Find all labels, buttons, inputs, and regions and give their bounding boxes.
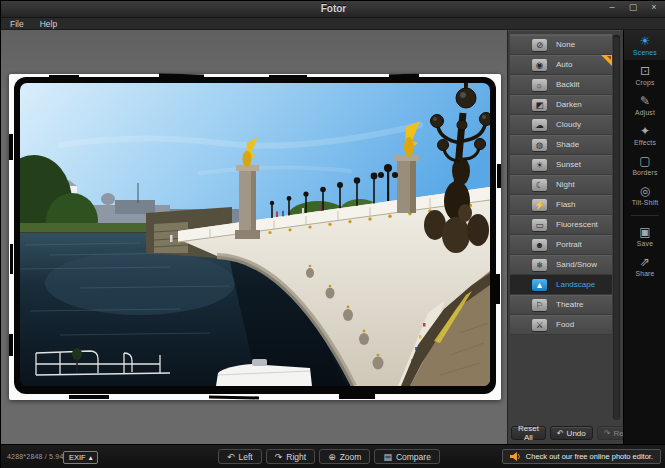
auto-icon: ◉ [532, 59, 547, 71]
darken-icon: ◩ [532, 99, 547, 111]
flash-icon: ⚡ [532, 199, 547, 211]
cloudy-icon: ☁ [532, 119, 547, 131]
grunge-edge [209, 396, 259, 400]
save-icon: ▣ [624, 226, 665, 239]
scene-label: Cloudy [556, 120, 581, 129]
grunge-edge [497, 164, 501, 188]
scene-label: Darken [556, 100, 582, 109]
right-button[interactable]: ↷Right [266, 449, 315, 464]
scene-item-landscape[interactable]: ▲Landscape [510, 275, 612, 295]
tool-adjust[interactable]: ✎Adjust [624, 90, 665, 120]
tool-share[interactable]: ⇗Share [624, 251, 665, 281]
promo-label: Check out our free online photo editor. [526, 452, 653, 461]
scene-label: Flash [556, 200, 576, 209]
menu-file[interactable]: File [10, 19, 24, 29]
transform-buttons: ↶Left↷Right⊕Zoom▤Compare [218, 449, 440, 464]
scene-item-flash[interactable]: ⚡Flash [510, 195, 612, 215]
scene-item-fluorescent[interactable]: ▭Fluorescent [510, 215, 612, 235]
share-icon: ⇗ [624, 256, 665, 269]
scene-item-shade[interactable]: ◍Shade [510, 135, 612, 155]
scenes-panel: ⊘None◉Auto☼Backlit◩Darken☁Cloudy◍Shade☀S… [507, 30, 623, 444]
scene-item-sunset[interactable]: ☀Sunset [510, 155, 612, 175]
menu-bar: File Help [1, 18, 665, 30]
caret-up-icon: ▴ [89, 453, 93, 462]
none-icon: ⊘ [532, 39, 547, 51]
grunge-edge [9, 134, 13, 160]
new-corner-badge [601, 55, 612, 66]
zoom-icon: ⊕ [328, 452, 336, 462]
tool-tilt-shift[interactable]: ◎Tilt-Shift [624, 180, 665, 210]
portrait-icon: ☻ [532, 239, 547, 251]
tool-label: Adjust [624, 109, 665, 116]
grunge-edge [339, 394, 375, 399]
tool-label: Crops [624, 79, 665, 86]
maximize-button[interactable]: ▢ [627, 2, 639, 12]
tool-borders[interactable]: ▢Borders [624, 150, 665, 180]
title-bar: Fotor – ▢ × [1, 1, 665, 18]
scene-item-darken[interactable]: ◩Darken [510, 95, 612, 115]
shade-icon: ◍ [532, 139, 547, 151]
scene-label: Shade [556, 140, 579, 149]
undo-label: Undo [567, 429, 586, 438]
redo-icon: ↷ [604, 429, 611, 438]
right-icon: ↷ [275, 452, 283, 462]
grunge-border-frame [14, 77, 496, 394]
online-editor-promo[interactable]: Check out our free online photo editor. [502, 449, 661, 464]
zoom-label: Zoom [340, 452, 362, 462]
reset-all-button[interactable]: Reset All [511, 426, 546, 440]
scene-item-sand-snow[interactable]: ❄Sand/Snow [510, 255, 612, 275]
menu-help[interactable]: Help [40, 19, 57, 29]
scene-item-theatre[interactable]: ⚐Theatre [510, 295, 612, 315]
scene-item-backlit[interactable]: ☼Backlit [510, 75, 612, 95]
sand-snow-icon: ❄ [532, 259, 547, 271]
scenes-icon: ☀ [624, 35, 665, 48]
scene-item-auto[interactable]: ◉Auto [510, 55, 612, 75]
tool-label: Borders [624, 169, 665, 176]
scene-item-night[interactable]: ☾Night [510, 175, 612, 195]
undo-button[interactable]: ↶ Undo [550, 426, 593, 440]
grunge-edge [9, 334, 13, 356]
sunset-icon: ☀ [532, 159, 547, 171]
scene-item-portrait[interactable]: ☻Portrait [510, 235, 612, 255]
scene-item-food[interactable]: ⚔Food [510, 315, 612, 335]
editor-canvas [1, 30, 507, 444]
exif-label: EXIF [69, 453, 86, 462]
adjust-icon: ✎ [624, 95, 665, 108]
grunge-edge [10, 244, 13, 274]
scene-item-cloudy[interactable]: ☁Cloudy [510, 115, 612, 135]
panel-footer: Reset All ↶ Undo ↷ Redo [511, 426, 640, 440]
grunge-edge [49, 75, 79, 79]
status-bar: 4288*2848 / 5.94MB EXIF ▴ ↶Left↷Right⊕Zo… [1, 444, 665, 468]
tool-crops[interactable]: ⊡Crops [624, 60, 665, 90]
scene-label: Sunset [556, 160, 581, 169]
compare-label: Compare [396, 452, 431, 462]
scene-item-none[interactable]: ⊘None [510, 35, 612, 55]
bridge-photo [20, 83, 490, 386]
zoom-button[interactable]: ⊕Zoom [319, 449, 370, 464]
sidebar-divider [631, 215, 659, 216]
crops-icon: ⊡ [624, 65, 665, 78]
grunge-edge [389, 74, 419, 79]
fotor-window: Fotor – ▢ × File Help [0, 0, 665, 468]
right-label: Right [286, 452, 306, 462]
tilt-shift-icon: ◎ [624, 185, 665, 198]
compare-button[interactable]: ▤Compare [374, 449, 439, 464]
left-button[interactable]: ↶Left [218, 449, 262, 464]
scene-label: Night [556, 180, 575, 189]
reset-all-label: Reset All [518, 424, 539, 442]
left-label: Left [239, 452, 253, 462]
scene-label: None [556, 40, 575, 49]
tool-label: Scenes [624, 49, 665, 56]
close-button[interactable]: × [648, 2, 660, 12]
backlit-icon: ☼ [532, 79, 547, 91]
tool-save[interactable]: ▣Save [624, 221, 665, 251]
tool-scenes[interactable]: ☀Scenes [624, 30, 665, 60]
scenes-scrollbar[interactable] [613, 35, 620, 420]
photo-preview[interactable] [9, 74, 501, 400]
scene-label: Backlit [556, 80, 580, 89]
scene-label: Food [556, 320, 574, 329]
tool-effects[interactable]: ✦Effects [624, 120, 665, 150]
left-icon: ↶ [227, 452, 235, 462]
exif-button[interactable]: EXIF ▴ [63, 451, 98, 464]
minimize-button[interactable]: – [606, 2, 618, 12]
